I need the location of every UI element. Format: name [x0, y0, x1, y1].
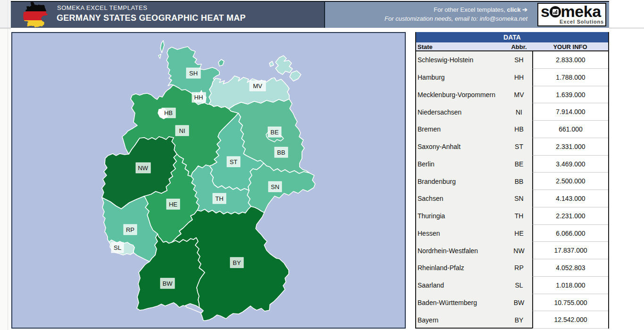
- svg-text:NI: NI: [179, 127, 185, 134]
- svg-text:BW: BW: [163, 280, 173, 287]
- svg-text:BY: BY: [233, 259, 241, 266]
- svg-text:SH: SH: [189, 70, 198, 77]
- svg-text:SN: SN: [271, 183, 279, 190]
- svg-text:TH: TH: [215, 195, 223, 202]
- svg-text:ST: ST: [230, 158, 238, 165]
- svg-text:BB: BB: [277, 149, 285, 156]
- svg-text:SL: SL: [114, 244, 121, 251]
- svg-text:RP: RP: [126, 226, 134, 233]
- svg-text:BE: BE: [270, 129, 279, 136]
- svg-text:HH: HH: [194, 94, 203, 101]
- svg-text:HE: HE: [169, 201, 177, 208]
- svg-text:HB: HB: [164, 109, 173, 116]
- svg-text:NW: NW: [138, 165, 148, 172]
- svg-text:MV: MV: [253, 82, 262, 90]
